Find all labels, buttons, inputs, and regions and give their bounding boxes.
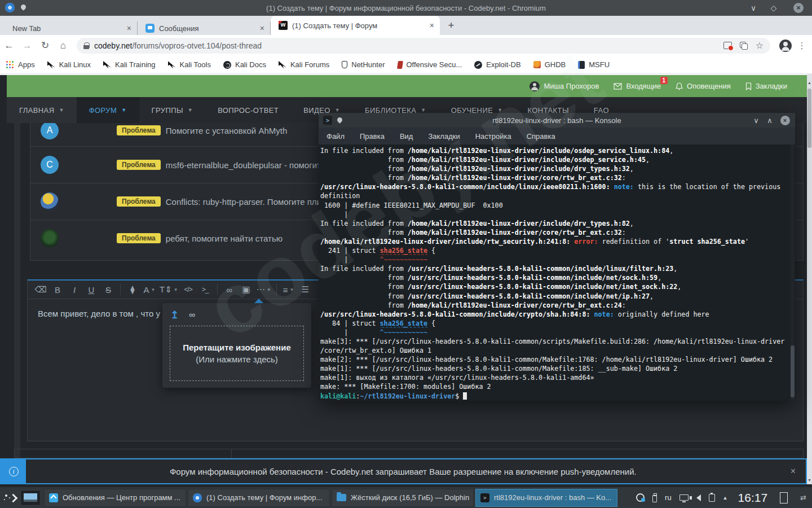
footer-cell [15,449,232,458]
thread-avatar [41,229,59,247]
italic-button[interactable]: I [66,282,83,297]
app-launcher-icon[interactable] [0,487,20,508]
more-options-button[interactable]: ⋯▼ [255,282,273,297]
bold-button[interactable]: B [49,282,66,297]
page-scrollbar[interactable]: ▲ ▼ [807,74,812,484]
text-color-button[interactable]: ⧫ [124,282,141,297]
taskbar-task-software[interactable]: Обновления — Центр программ ... [44,489,186,507]
terminal-scrollbar-thumb[interactable] [791,345,795,397]
alignment-button[interactable]: ≡▼ [280,282,297,297]
konsole-close-button[interactable]: × [779,113,791,128]
images-blocked-icon[interactable] [723,42,732,49]
insert-image-button[interactable]: ▣ [238,282,255,297]
tab-new-tab[interactable]: New Tab× [5,21,138,35]
volume-icon[interactable] [696,494,701,501]
bookmark-item[interactable]: Exploit-DB [474,60,520,69]
bookmark-item[interactable]: GHDB [533,60,566,69]
terminal-output[interactable]: In file included from /home/kali/rtl8192… [319,144,795,401]
inbox-link[interactable]: Входящие 1 [614,82,661,90]
konsole-titlebar[interactable]: > rtl8192eu-linux-driver : bash — Konsol… [319,113,795,128]
scrollbar-thumb[interactable] [807,89,811,148]
tab-close-icon[interactable]: × [425,21,434,30]
menu-файл[interactable]: Файл [326,132,345,141]
strikethrough-button[interactable]: S [100,282,117,297]
terminal-scrollbar[interactable] [791,144,795,401]
tab-messages[interactable]: Сообщения× [138,21,271,35]
font-size-button[interactable]: T⇕▼ [158,282,180,297]
tray-expander-icon[interactable]: ▲ [723,495,728,501]
konsole-maximize-button[interactable]: ∧ [764,113,776,128]
menu-справка[interactable]: Справка [527,132,555,141]
browser-menu-icon[interactable]: ⋮ [795,41,809,51]
bookmark-item[interactable]: NetHunter [342,60,385,69]
notification-close-icon[interactable]: × [780,466,806,476]
bookmark-item[interactable]: Kali Docs [223,60,266,69]
remove-format-button[interactable]: ⌫ [32,282,49,297]
menu-закладки[interactable]: Закладки [428,132,460,141]
user-menu[interactable]: Миша Прохоров [529,81,599,91]
clipboard-icon[interactable] [709,494,715,502]
scroll-up-icon[interactable]: ▲ [807,81,812,85]
alerts-link[interactable]: Оповещения [676,82,731,90]
inline-code-button[interactable]: </> [180,282,197,297]
taskbar-task-dolphin[interactable]: Жёсткий диск (16,5 ГиБ) — Dolphin [332,489,474,507]
home-button[interactable]: ⌂ [54,40,72,51]
bookmark-item[interactable]: Kali Tools [168,60,211,69]
keyboard-layout[interactable]: ru [665,493,672,502]
menu-настройка[interactable]: Настройка [475,132,511,141]
show-desktop-button[interactable] [780,492,788,503]
reload-button[interactable]: ↻ [36,40,54,51]
panel-toggle-icon[interactable]: ⇄ [800,493,806,502]
menu-правка[interactable]: Правка [360,132,385,141]
scroll-down-icon[interactable]: ▼ [807,478,812,482]
font-family-button[interactable]: A▼ [141,282,158,297]
terminal-line: make[1]: выход из каталога «/usr/src/lin… [320,373,795,382]
updates-tray-icon[interactable] [636,493,645,502]
nav-item-вопрос-ответ[interactable]: ВОПРОС-ОТВЕТ [205,97,291,123]
thread-title[interactable]: Помогите с установкой AhMyth [166,126,287,135]
code-block-button[interactable]: >_ [197,282,214,297]
clock[interactable]: 16:17 [738,491,768,505]
display-icon[interactable] [679,494,689,501]
nav-item-главная[interactable]: ГЛАВНАЯ▼ [7,97,77,123]
thread-title[interactable]: ребят, помогите найти статью [166,234,283,243]
image-dropzone[interactable]: Перетащите изображение (Или нажмите здес… [170,326,304,381]
menu-вид[interactable]: Вид [400,132,413,141]
konsole-minimize-button[interactable]: ∨ [750,113,762,128]
bookmark-item[interactable]: Kali Training [103,60,156,69]
image-link-icon[interactable]: ∞ [189,310,195,320]
back-button[interactable]: ← [0,40,18,51]
taskbar-task-chromium[interactable]: (1) Создать тему | Форум инфор... [188,489,330,507]
list-button[interactable]: ☰ [297,282,314,297]
close-button[interactable]: × [792,0,805,16]
thread-title[interactable]: Conflicts: ruby-http-parser. Помогите пл… [166,197,321,207]
profile-avatar[interactable] [779,40,792,52]
insert-link-button[interactable]: ∞ [221,282,238,297]
tab-close-icon[interactable]: × [255,24,264,33]
nav-item-группы[interactable]: ГРУППЫ▼ [139,97,206,123]
translate-icon[interactable] [740,42,748,50]
bookmark-star-icon[interactable]: ☆ [756,41,764,50]
browser-titlebar[interactable]: (1) Создать тему | Форум информационной … [0,0,812,16]
address-bar[interactable]: codeby.net /forums/vopros-otvet.104/post… [77,38,770,54]
forward-button[interactable]: → [18,40,36,51]
bookmark-item[interactable]: Kali Linux [47,60,91,69]
bookmark-item[interactable]: Kali Forums [279,60,329,69]
bookmarks-link[interactable]: Закладки [745,82,787,90]
virtual-desktop-pager[interactable] [21,491,39,505]
bookmark-item[interactable]: Offensive Secu... [398,60,462,69]
taskbar-task-konsole[interactable]: >rtl8192eu-linux-driver : bash — Ko... [475,489,617,507]
tab-close-icon[interactable]: × [122,24,131,33]
minimize-button[interactable]: ∨ [747,0,760,16]
underline-button[interactable]: U [83,282,100,297]
bookmark-item[interactable]: MSFU [578,60,610,69]
tab-codeby[interactable]: (1) Создать тему | Форум× [271,16,440,35]
bookmark-item[interactable]: Apps [6,60,35,69]
maximize-button[interactable]: ◇ [767,0,780,16]
usb-device-icon[interactable] [652,495,657,502]
upload-icon[interactable]: ↥ [170,309,179,321]
nav-item-форум[interactable]: ФОРУМ▼ [77,97,139,123]
new-tab-button[interactable]: + [443,17,459,33]
ghdb-favicon [533,61,541,68]
thread-title[interactable]: msf6-eternalblue_doublepulsar - помогит [166,160,321,170]
